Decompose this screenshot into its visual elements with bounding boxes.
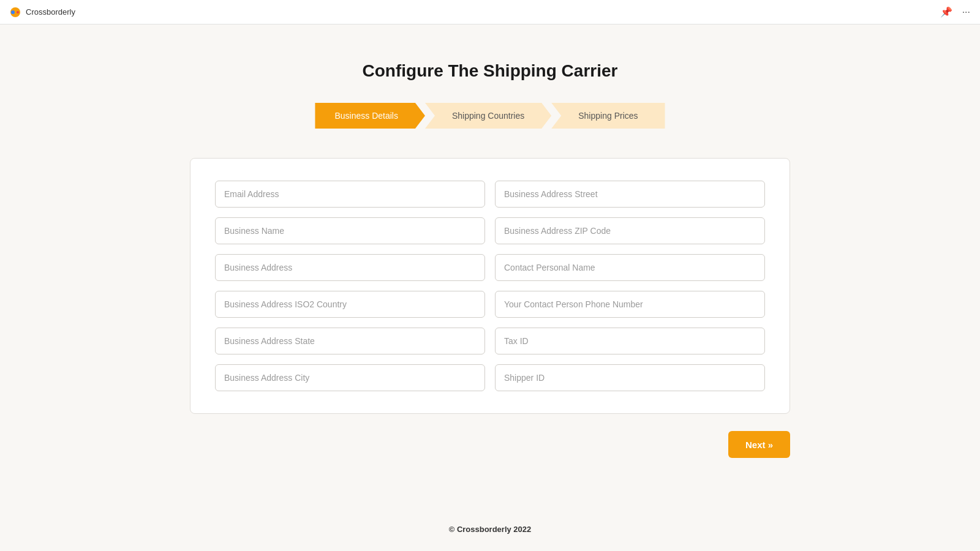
form-grid xyxy=(215,181,765,391)
stepper: Business Details Shipping Countries Ship… xyxy=(315,103,665,129)
step-shipping-prices[interactable]: Shipping Prices xyxy=(551,103,665,129)
contact-phone-input[interactable] xyxy=(495,291,765,318)
business-address-zip-input[interactable] xyxy=(495,217,765,244)
topbar-left: Crossborderly xyxy=(10,7,75,18)
business-name-input[interactable] xyxy=(215,217,485,244)
email-address-input[interactable] xyxy=(215,181,485,208)
step-shipping-countries-label: Shipping Countries xyxy=(452,111,524,121)
business-address-iso2-input[interactable] xyxy=(215,291,485,318)
contact-personal-name-input[interactable] xyxy=(495,254,765,281)
tax-id-input[interactable] xyxy=(495,328,765,354)
shipper-id-input[interactable] xyxy=(495,364,765,391)
more-icon[interactable]: ··· xyxy=(962,7,970,18)
business-address-city-input[interactable] xyxy=(215,364,485,391)
step-business-details[interactable]: Business Details xyxy=(315,103,425,129)
topbar-right: 📌 ··· xyxy=(940,6,970,18)
business-address-street-input[interactable] xyxy=(495,181,765,208)
business-address-input[interactable] xyxy=(215,254,485,281)
button-row: Next » xyxy=(190,431,790,458)
topbar: Crossborderly 📌 ··· xyxy=(0,0,980,24)
pin-icon[interactable]: 📌 xyxy=(940,6,952,18)
svg-point-1 xyxy=(11,10,15,14)
next-button[interactable]: Next » xyxy=(728,431,790,458)
step-business-details-label: Business Details xyxy=(334,111,398,121)
app-name: Crossborderly xyxy=(26,7,75,17)
step-shipping-prices-label: Shipping Prices xyxy=(578,111,638,121)
main-content: Configure The Shipping Carrier Business … xyxy=(0,24,980,458)
page-title: Configure The Shipping Carrier xyxy=(363,61,618,81)
footer: © Crossborderly 2022 xyxy=(449,525,532,534)
svg-point-2 xyxy=(17,11,19,13)
step-shipping-countries[interactable]: Shipping Countries xyxy=(425,103,551,129)
business-address-state-input[interactable] xyxy=(215,328,485,354)
app-logo-icon xyxy=(10,7,21,18)
form-card xyxy=(190,158,790,414)
